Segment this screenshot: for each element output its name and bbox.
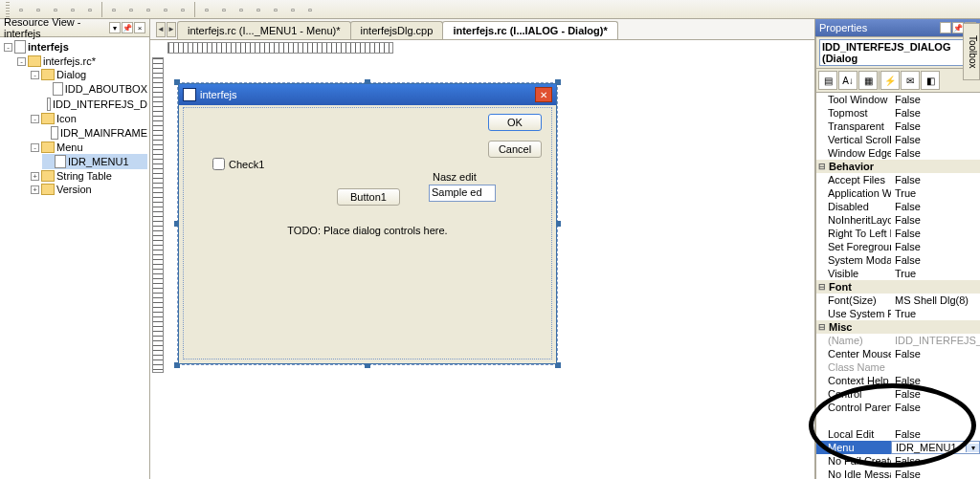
expander-icon[interactable]: -	[31, 143, 39, 152]
tb-btn-10[interactable]: ▫	[175, 2, 190, 17]
tab-nav-next[interactable]: ►	[167, 22, 176, 37]
tree-dialog-folder[interactable]: -Dialog	[29, 68, 147, 81]
chevron-down-icon[interactable]: ▾	[966, 444, 979, 452]
expander-icon[interactable]: -	[31, 115, 39, 123]
panel-pin-icon[interactable]: 📌	[122, 22, 133, 33]
property-value[interactable]: False	[891, 455, 980, 467]
properties-icon[interactable]: ▦	[858, 71, 878, 90]
ok-button[interactable]: OK	[488, 114, 542, 131]
dialog-preview[interactable]: interfejs ✕ OK Cancel Check1 Button1 Nas…	[178, 83, 557, 364]
categorized-icon[interactable]: ▤	[818, 71, 837, 90]
property-value[interactable]: False	[891, 254, 980, 266]
collapse-icon[interactable]: ⊟	[816, 282, 827, 292]
property-row[interactable]: MenuIDR_MENU1▾	[816, 441, 980, 454]
cancel-button[interactable]: Cancel	[488, 141, 542, 158]
property-value[interactable]: False	[891, 468, 980, 479]
panel-dropdown-icon[interactable]: ▾	[940, 22, 951, 33]
property-value[interactable]: True	[891, 308, 980, 319]
tree-idr-mainframe[interactable]: IDR_MAINFRAME	[42, 125, 147, 141]
property-row[interactable]: System ModalFalse	[816, 253, 980, 267]
tab-nav-prev[interactable]: ◄	[156, 22, 166, 37]
property-row[interactable]: Font(Size)MS Shell Dlg(8)	[816, 294, 980, 307]
button1[interactable]: Button1	[337, 188, 400, 206]
property-value[interactable]: False	[891, 201, 980, 212]
expander-icon[interactable]: -	[17, 57, 26, 66]
tb-btn-9[interactable]: ▫	[158, 2, 173, 17]
expander-icon[interactable]: +	[31, 172, 39, 181]
property-row[interactable]: Context HelpFalse	[816, 374, 980, 387]
property-row[interactable]: Right To Left ReFalse	[816, 227, 980, 240]
property-row[interactable]: Window EdgeFalse	[816, 146, 980, 160]
tb-btn-3[interactable]: ▫	[48, 2, 63, 17]
overrides-icon[interactable]: ◧	[921, 71, 940, 90]
collapse-icon[interactable]: ⊟	[816, 162, 827, 171]
tree-icon-folder[interactable]: -Icon	[29, 112, 147, 125]
property-value[interactable]: True	[891, 187, 980, 199]
tb-btn-16[interactable]: ▫	[285, 2, 301, 17]
property-value[interactable]: False	[891, 107, 980, 119]
panel-dropdown-icon[interactable]: ▾	[109, 22, 121, 33]
property-row[interactable]	[816, 414, 980, 427]
collapse-icon[interactable]: ⊟	[816, 322, 827, 332]
property-row[interactable]: Vertical ScrollbarFalse	[816, 133, 980, 146]
dialog-designer-canvas[interactable]: interfejs ✕ OK Cancel Check1 Button1 Nas…	[150, 40, 814, 479]
property-grid[interactable]: Tool WindowFalseTopmostFalseTransparentF…	[816, 93, 980, 479]
property-row[interactable]: Accept FilesFalse	[816, 173, 980, 186]
tb-btn-11[interactable]: ▫	[199, 2, 214, 17]
check1-control[interactable]: Check1	[212, 158, 264, 170]
property-row[interactable]: ControlFalse	[816, 387, 980, 401]
property-value[interactable]: False	[891, 348, 980, 359]
tree-idd-aboutbox[interactable]: IDD_ABOUTBOX	[42, 81, 147, 97]
tb-btn-14[interactable]: ▫	[251, 2, 266, 17]
property-value[interactable]: False	[891, 120, 980, 132]
property-row[interactable]: NoInheritLayoutFalse	[816, 213, 980, 227]
property-row[interactable]: No Idle MessageFalse	[816, 468, 980, 479]
property-value[interactable]: False	[891, 388, 980, 400]
property-row[interactable]: (Name)IDD_INTERFEJS_	[816, 334, 980, 347]
property-value[interactable]: False	[891, 174, 980, 185]
tree-root[interactable]: -interfejs	[2, 39, 147, 54]
messages-icon[interactable]: ✉	[901, 71, 920, 90]
tree-idd-interfejs[interactable]: IDD_INTERFEJS_D	[42, 97, 147, 112]
check1-box[interactable]	[212, 158, 225, 170]
property-value[interactable]: False	[891, 214, 980, 226]
tb-btn-15[interactable]: ▫	[268, 2, 283, 17]
property-value[interactable]: False	[891, 375, 980, 386]
panel-close-icon[interactable]: ×	[134, 22, 145, 33]
property-value[interactable]: False	[891, 241, 980, 252]
property-value[interactable]: IDR_MENU1▾	[891, 441, 980, 454]
expander-icon[interactable]: -	[31, 71, 39, 79]
property-category[interactable]: ⊟Font	[816, 280, 980, 294]
tb-btn-2[interactable]: ▫	[31, 2, 46, 17]
tb-btn-12[interactable]: ▫	[216, 2, 232, 17]
property-value[interactable]: False	[891, 402, 980, 413]
property-value[interactable]: False	[891, 147, 980, 159]
property-row[interactable]: No Fail CreateFalse	[816, 454, 980, 468]
dialog-selection-frame[interactable]: interfejs ✕ OK Cancel Check1 Button1 Nas…	[177, 82, 558, 365]
tb-btn-8[interactable]: ▫	[141, 2, 156, 17]
sample-edit[interactable]: Sample ed	[429, 185, 496, 202]
property-value[interactable]: False	[891, 228, 980, 239]
tree-idr-menu1[interactable]: IDR_MENU1	[42, 154, 147, 169]
property-row[interactable]: Class Name	[816, 360, 980, 374]
tb-btn-4[interactable]: ▫	[65, 2, 80, 17]
property-row[interactable]: TransparentFalse	[816, 120, 980, 133]
property-value[interactable]: MS Shell Dlg(8)	[891, 294, 980, 306]
events-icon[interactable]: ⚡	[880, 71, 900, 90]
alphabetical-icon[interactable]: A↓	[838, 71, 858, 90]
tb-btn-7[interactable]: ▫	[123, 2, 139, 17]
tb-btn-1[interactable]: ▫	[13, 2, 29, 17]
tree-menu-folder[interactable]: -Menu	[29, 141, 147, 154]
property-value[interactable]: True	[891, 268, 980, 279]
expander-icon[interactable]: -	[4, 43, 12, 52]
property-row[interactable]: Local EditFalse	[816, 427, 980, 441]
property-row[interactable]: Use System FonTrue	[816, 307, 980, 320]
dialog-close-icon[interactable]: ✕	[535, 87, 552, 102]
resource-tree[interactable]: -interfejs -interfejs.rc* -Dialog IDD_AB…	[0, 37, 149, 479]
property-category[interactable]: ⊟Behavior	[816, 160, 980, 173]
tab-dlg-cpp[interactable]: interfejsDlg.cpp	[350, 21, 444, 39]
tab-dialog-rc[interactable]: interfejs.rc (I...IALOG - Dialog)*	[442, 21, 617, 39]
tree-version[interactable]: +Version	[29, 183, 147, 196]
property-value[interactable]: False	[891, 428, 980, 440]
property-row[interactable]: VisibleTrue	[816, 267, 980, 280]
